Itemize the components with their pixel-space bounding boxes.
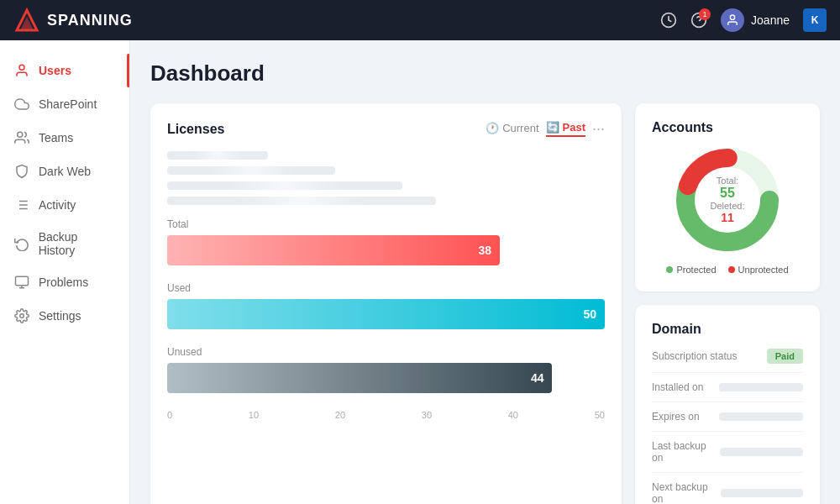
sidebar-item-users[interactable]: Users (0, 54, 129, 87)
tab-current-label: Current (502, 122, 538, 134)
alert-icon (13, 274, 30, 291)
sidebar-label-problems: Problems (39, 276, 88, 289)
sidebar-label-settings: Settings (39, 309, 81, 323)
list-icon (13, 197, 30, 213)
axis-50: 50 (595, 410, 605, 420)
user-name: Joanne (751, 13, 790, 27)
chart-axis: 0 10 20 30 40 50 (167, 410, 605, 420)
sidebar-item-backup-history[interactable]: Backup History (0, 222, 129, 265)
svg-point-6 (19, 65, 24, 70)
axis-20: 20 (335, 410, 345, 420)
sidebar-item-problems[interactable]: Problems (0, 265, 129, 299)
past-tab-icon: 🔄 (546, 121, 559, 134)
bar-chart: Total 38 Used 50 (167, 218, 605, 420)
legend-dot-green (666, 266, 673, 273)
accounts-legend: Protected Unprotected (652, 265, 803, 275)
sidebar-item-activity[interactable]: Activity (0, 188, 129, 222)
domain-title: Domain (652, 322, 803, 337)
last-backup-value-skeleton (720, 448, 803, 456)
avatar (721, 8, 744, 32)
team-icon (13, 129, 30, 146)
more-button[interactable]: ··· (592, 120, 605, 138)
gear-icon (13, 307, 30, 324)
total-label: Total: (711, 176, 745, 186)
k-badge[interactable]: K (803, 8, 827, 32)
main-content: Dashboard Licenses 🕐 Current 🔄 Past (130, 40, 840, 504)
subscription-label: Subscription status (652, 350, 737, 362)
logo-text: SPANNING (47, 12, 133, 29)
sidebar-label-activity: Activity (39, 198, 76, 212)
expires-value-skeleton (719, 412, 803, 421)
logo-icon (13, 7, 40, 34)
licenses-title: Licenses (167, 122, 224, 137)
svg-rect-14 (16, 276, 29, 286)
current-tab-icon: 🕐 (486, 122, 499, 134)
tab-past[interactable]: 🔄 Past (546, 121, 585, 137)
legend-unprotected-label: Unprotected (738, 265, 789, 275)
bar-row-total: Total 38 (167, 218, 605, 265)
deleted-value: 11 (711, 211, 745, 224)
donut-center-labels: Total: 55 Deleted: 11 (711, 176, 745, 224)
axis-30: 30 (422, 410, 432, 420)
domain-row-expires: Expires on (652, 402, 803, 432)
page-title: Dashboard (150, 60, 820, 87)
bar-used: 50 (167, 299, 605, 329)
sidebar-label-teams: Teams (39, 131, 73, 144)
shield-icon (13, 163, 30, 180)
tab-group: 🕐 Current 🔄 Past ··· (486, 120, 605, 138)
logo: SPANNING (13, 7, 133, 34)
donut-chart: Total: 55 Deleted: 11 (652, 145, 803, 255)
bar-container-used: 50 (167, 299, 605, 329)
header-actions: 1 Joanne K (660, 8, 827, 32)
bar-row-unused: Unused 44 (167, 346, 605, 393)
user-profile[interactable]: Joanne (721, 8, 790, 32)
bar-unused: 44 (167, 363, 552, 393)
bar-value-total: 38 (478, 244, 491, 257)
domain-row-next-backup: Next backup on (652, 473, 803, 504)
svg-point-7 (18, 132, 23, 137)
bar-container-total: 38 (167, 235, 605, 265)
total-value: 55 (711, 186, 745, 201)
cloud-icon (13, 96, 30, 113)
sidebar-item-teams[interactable]: Teams (0, 121, 129, 155)
sidebar-label-backup-history: Backup History (39, 230, 116, 257)
legend-protected-label: Protected (676, 265, 716, 275)
notification-badge: 1 (699, 8, 711, 20)
deleted-label: Deleted: (711, 201, 745, 211)
bar-label-total: Total (167, 218, 605, 230)
licenses-card: Licenses 🕐 Current 🔄 Past ··· (150, 103, 622, 504)
bar-container-unused: 44 (167, 363, 605, 393)
last-backup-label: Last backup on (652, 440, 720, 464)
sidebar-item-sharepoint[interactable]: SharePoint (0, 87, 129, 121)
svg-point-5 (730, 15, 734, 19)
sidebar-item-settings[interactable]: Settings (0, 299, 129, 333)
bar-row-used: Used 50 (167, 282, 605, 329)
cards-row: Licenses 🕐 Current 🔄 Past ··· (150, 103, 820, 504)
legend-protected: Protected (666, 265, 716, 275)
skeleton-line-3 (167, 181, 402, 190)
app-header: SPANNING 1 Joanne K (0, 0, 840, 40)
person-icon (13, 62, 30, 79)
sidebar-label-darkweb: Dark Web (39, 165, 91, 178)
installed-value-skeleton (719, 383, 803, 391)
help-icon[interactable]: 1 (690, 12, 707, 29)
paid-badge: Paid (767, 349, 803, 364)
domain-card: Domain Subscription status Paid Installe… (635, 305, 820, 504)
axis-40: 40 (508, 410, 518, 420)
skeleton-line-1 (167, 151, 268, 160)
axis-0: 0 (167, 410, 172, 420)
next-backup-label: Next backup on (652, 481, 721, 504)
accounts-card: Accounts Total: 55 (635, 103, 820, 291)
skeleton-line-2 (167, 166, 335, 175)
legend-unprotected: Unprotected (728, 265, 789, 275)
tab-current[interactable]: 🕐 Current (486, 122, 538, 136)
right-column: Accounts Total: 55 (635, 103, 820, 504)
bar-label-unused: Unused (167, 346, 605, 358)
bar-value-used: 50 (583, 307, 596, 321)
history-icon[interactable] (660, 12, 677, 29)
accounts-title: Accounts (652, 120, 803, 135)
domain-row-subscription: Subscription status Paid (652, 340, 803, 373)
sidebar-item-darkweb[interactable]: Dark Web (0, 155, 129, 188)
sidebar: Users SharePoint Teams Dark Web Activity (0, 40, 130, 504)
skeleton-line-4 (167, 197, 436, 205)
